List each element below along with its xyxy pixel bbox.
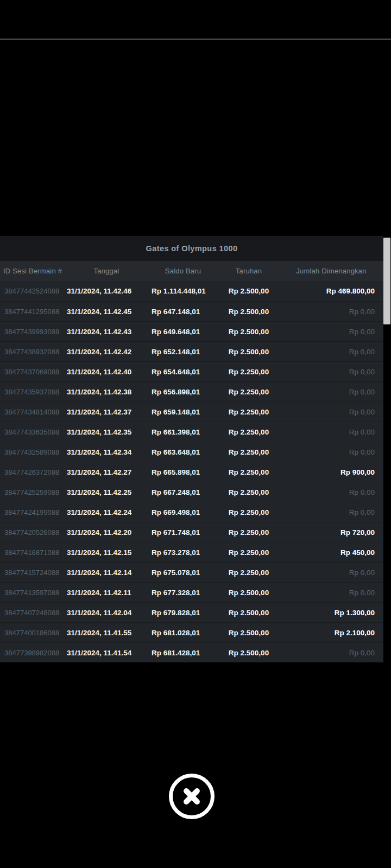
win-value: Rp 0,00 [279, 368, 383, 376]
session-id-value: 38477407248088 [0, 609, 65, 617]
balance-value: Rp 677.328,01 [148, 589, 218, 597]
session-id-value: 38477416871088 [0, 548, 65, 557]
date-value: 31/1/2024, 11.42.27 [65, 468, 148, 476]
win-value: Rp 469.800,00 [279, 287, 383, 295]
balance-value: Rp 681.028,01 [148, 629, 218, 637]
bet-value: Rp 2.250,00 [218, 408, 279, 416]
table-row: 38477425259088 31/1/2024, 11.42.25 Rp 66… [0, 482, 383, 502]
win-value: Rp 0,00 [279, 428, 383, 436]
session-id-value: 38477437069088 [0, 368, 65, 376]
win-value: Rp 0,00 [279, 448, 383, 456]
win-value: Rp 900,00 [279, 468, 383, 476]
win-value: Rp 450,00 [279, 548, 383, 557]
win-value: Rp 1.300,00 [279, 609, 383, 617]
column-header-session-id: ID Sesi Bermain # [0, 267, 65, 275]
balance-value: Rp 663.648,01 [148, 448, 218, 456]
balance-value: Rp 659.148,01 [148, 408, 218, 416]
close-button[interactable] [169, 774, 215, 819]
table-row: 38477424199088 31/1/2024, 11.42.24 Rp 66… [0, 502, 383, 522]
table-row: 38477416871088 31/1/2024, 11.42.15 Rp 67… [0, 542, 383, 562]
win-value: Rp 0,00 [279, 388, 383, 396]
table-row: 38477432589088 31/1/2024, 11.42.34 Rp 66… [0, 442, 383, 462]
date-value: 31/1/2024, 11.41.55 [65, 629, 148, 637]
date-value: 31/1/2024, 11.42.20 [65, 528, 148, 537]
bet-value: Rp 2.500,00 [218, 649, 279, 657]
bet-value: Rp 2.500,00 [218, 629, 279, 637]
table-row: 38477434814088 31/1/2024, 11.42.37 Rp 65… [0, 401, 383, 422]
table-row: 38477400186088 31/1/2024, 11.41.55 Rp 68… [0, 622, 383, 642]
date-value: 31/1/2024, 11.42.46 [65, 287, 148, 295]
bet-value: Rp 2.250,00 [218, 488, 279, 496]
bet-value: Rp 2.500,00 [218, 308, 279, 316]
game-title: Gates of Olympus 1000 [146, 244, 238, 253]
win-value: Rp 0,00 [279, 408, 383, 416]
bet-value: Rp 2.250,00 [218, 528, 279, 537]
session-id-value: 38477400186088 [0, 629, 65, 637]
bet-value: Rp 2.250,00 [218, 388, 279, 396]
win-value: Rp 0,00 [279, 348, 383, 356]
balance-value: Rp 647.148,01 [148, 308, 218, 316]
date-value: 31/1/2024, 11.42.45 [65, 308, 148, 316]
bet-value: Rp 2.250,00 [218, 368, 279, 376]
table-row: 38477437069088 31/1/2024, 11.42.40 Rp 65… [0, 361, 383, 381]
date-value: 31/1/2024, 11.42.15 [65, 548, 148, 557]
table-body: 38477442524088 31/1/2024, 11.42.46 Rp 1.… [0, 281, 383, 662]
bet-value: Rp 2.500,00 [218, 609, 279, 617]
table-row: 38477442524088 31/1/2024, 11.42.46 Rp 1.… [0, 281, 383, 301]
table-row: 38477439993088 31/1/2024, 11.42.43 Rp 64… [0, 321, 383, 341]
table-row: 38477398982088 31/1/2024, 11.41.54 Rp 68… [0, 642, 383, 662]
modal-titlebar: Gates of Olympus 1000 [0, 236, 383, 261]
date-value: 31/1/2024, 11.42.42 [65, 348, 148, 356]
win-value: Rp 720,00 [279, 528, 383, 537]
table-header-row: ID Sesi Bermain # Tanggal Saldo Baru Tar… [0, 261, 383, 281]
bet-value: Rp 2.250,00 [218, 569, 279, 577]
date-value: 31/1/2024, 11.42.04 [65, 609, 148, 617]
session-id-value: 38477432589088 [0, 448, 65, 456]
date-value: 31/1/2024, 11.42.11 [65, 589, 148, 597]
session-id-value: 38477433635088 [0, 428, 65, 436]
win-value: Rp 0,00 [279, 649, 383, 657]
session-id-value: 38477439993088 [0, 328, 65, 336]
session-id-value: 38477424199088 [0, 508, 65, 516]
column-header-bet: Taruhan [218, 267, 279, 275]
balance-value: Rp 675.078,01 [148, 569, 218, 577]
scrollbar-thumb[interactable] [383, 238, 390, 324]
column-header-win: Jumlah Dimenangkan [279, 267, 383, 275]
session-id-value: 38477398982088 [0, 649, 65, 657]
balance-value: Rp 652.148,01 [148, 348, 218, 356]
history-table: Gates of Olympus 1000 ID Sesi Bermain # … [0, 236, 383, 662]
balance-value: Rp 665.898,01 [148, 468, 218, 476]
table-row: 38477433635088 31/1/2024, 11.42.35 Rp 66… [0, 422, 383, 442]
win-value: Rp 0,00 [279, 508, 383, 516]
win-value: Rp 0,00 [279, 308, 383, 316]
balance-value: Rp 649.648,01 [148, 328, 218, 336]
date-value: 31/1/2024, 11.42.35 [65, 428, 148, 436]
screen: Gates of Olympus 1000 ID Sesi Bermain # … [0, 0, 391, 868]
column-header-date: Tanggal [65, 267, 148, 275]
date-value: 31/1/2024, 11.42.40 [65, 368, 148, 376]
balance-value: Rp 667.248,01 [148, 488, 218, 496]
balance-value: Rp 673.278,01 [148, 548, 218, 557]
table-row: 38477426372088 31/1/2024, 11.42.27 Rp 66… [0, 462, 383, 482]
win-value: Rp 0,00 [279, 488, 383, 496]
balance-value: Rp 669.498,01 [148, 508, 218, 516]
table-row: 38477420526088 31/1/2024, 11.42.20 Rp 67… [0, 522, 383, 542]
bet-value: Rp 2.250,00 [218, 428, 279, 436]
win-value: Rp 0,00 [279, 589, 383, 597]
date-value: 31/1/2024, 11.42.37 [65, 408, 148, 416]
session-id-value: 38477435937088 [0, 388, 65, 396]
date-value: 31/1/2024, 11.42.24 [65, 508, 148, 516]
date-value: 31/1/2024, 11.42.25 [65, 488, 148, 496]
session-id-value: 38477426372088 [0, 468, 65, 476]
session-id-value: 38477415724088 [0, 569, 65, 577]
date-value: 31/1/2024, 11.42.43 [65, 328, 148, 336]
game-history-modal: Gates of Olympus 1000 ID Sesi Bermain # … [0, 236, 391, 662]
bet-value: Rp 2.250,00 [218, 548, 279, 557]
bet-value: Rp 2.250,00 [218, 448, 279, 456]
table-row: 38477441295088 31/1/2024, 11.42.45 Rp 64… [0, 301, 383, 321]
bet-value: Rp 2.250,00 [218, 468, 279, 476]
win-value: Rp 2.100,00 [279, 629, 383, 637]
table-row: 38477407248088 31/1/2024, 11.42.04 Rp 67… [0, 602, 383, 622]
balance-value: Rp 654.648,01 [148, 368, 218, 376]
balance-value: Rp 679.828,01 [148, 609, 218, 617]
